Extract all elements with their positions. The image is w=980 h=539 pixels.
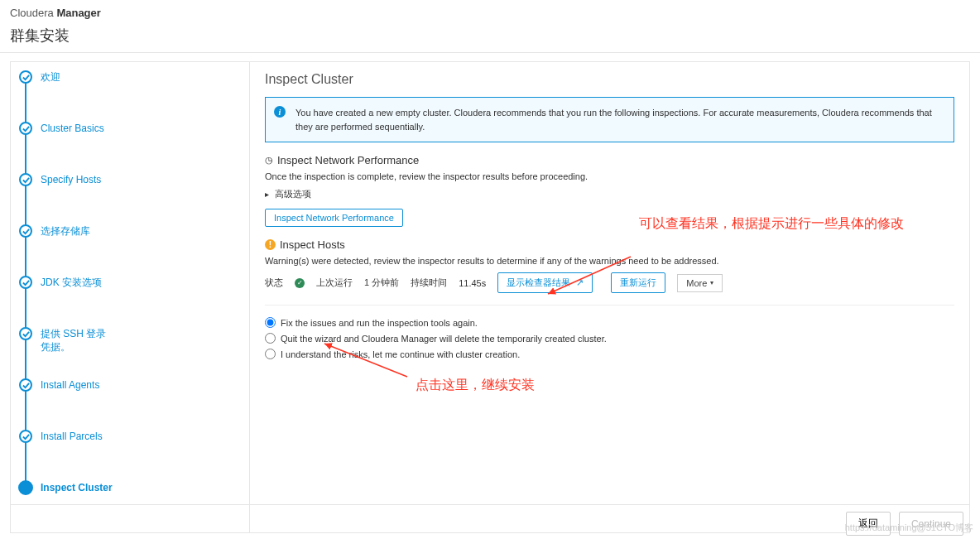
- caret-down-icon: ▾: [710, 279, 713, 286]
- check-icon: [19, 224, 32, 238]
- step-label: JDK 安装选项: [41, 277, 102, 288]
- warning-icon: !: [265, 239, 276, 250]
- show-results-label: 显示检查器结果: [507, 277, 570, 287]
- app-header: Cloudera Manager: [0, 0, 980, 22]
- info-icon: i: [274, 106, 286, 118]
- annotation-bottom: 点击这里，继续安装: [416, 375, 535, 395]
- steps-list: 欢迎 Cluster Basics Specify Hosts 选择存储库 JD: [19, 70, 249, 532]
- step-welcome[interactable]: 欢迎: [19, 70, 249, 122]
- check-icon: [19, 173, 32, 186]
- content-panel: Inspect Cluster i You have created a new…: [250, 61, 970, 533]
- section-title: Inspect Hosts: [280, 238, 345, 251]
- continue-button[interactable]: Continue: [899, 512, 963, 536]
- rerun-button[interactable]: 重新运行: [611, 272, 665, 293]
- radio-risks-input[interactable]: [265, 349, 276, 359]
- step-label: Specify Hosts: [41, 174, 101, 185]
- step-jdk-install[interactable]: JDK 安装选项: [19, 276, 249, 327]
- advanced-options-toggle[interactable]: ▸ 高级选项: [265, 188, 954, 200]
- more-label: More: [686, 278, 707, 288]
- step-specify-hosts[interactable]: Specify Hosts: [19, 173, 249, 224]
- check-icon: [19, 327, 32, 340]
- radio-fix-input[interactable]: [265, 317, 276, 328]
- radio-quit-input[interactable]: [265, 333, 276, 344]
- step-label: 提供 SSH 登录凭据。: [41, 327, 115, 354]
- step-label: Install Agents: [41, 379, 99, 391]
- step-install-parcels[interactable]: Install Parcels: [19, 430, 249, 481]
- caret-right-icon: ▸: [265, 190, 269, 199]
- status-label: 状态: [265, 277, 283, 289]
- page-title: 群集安装: [0, 22, 980, 53]
- last-run-label: 上次运行: [316, 277, 353, 289]
- section-network-heading: ◷ Inspect Network Performance: [265, 154, 954, 166]
- clock-icon: ◷: [265, 155, 273, 166]
- step-cluster-basics[interactable]: Cluster Basics: [19, 122, 249, 173]
- brand-bold: Manager: [56, 7, 100, 19]
- annotation-arrow-bottom: [316, 339, 416, 381]
- step-label: Inspect Cluster: [41, 482, 113, 493]
- radio-label: Fix the issues and run the inspection to…: [281, 318, 478, 328]
- more-dropdown[interactable]: More ▾: [677, 274, 723, 292]
- step-label: Cluster Basics: [41, 123, 104, 134]
- step-install-agents[interactable]: Install Agents: [19, 378, 249, 430]
- success-check-icon: ✓: [295, 278, 305, 288]
- content-title: Inspect Cluster: [265, 72, 954, 87]
- inspect-network-button[interactable]: Inspect Network Performance: [265, 209, 403, 227]
- check-icon: [19, 122, 32, 135]
- active-step-icon: [18, 480, 33, 495]
- radio-label: I understand the risks, let me continue …: [281, 349, 520, 359]
- duration-value: 11.45s: [459, 278, 486, 288]
- step-select-repository[interactable]: 选择存储库: [19, 224, 249, 276]
- info-text: You have created a new empty cluster. Cl…: [295, 108, 932, 132]
- footer: 返回 Continue: [10, 504, 970, 536]
- radio-understand-risks[interactable]: I understand the risks, let me continue …: [265, 349, 954, 359]
- advanced-label: 高级选项: [275, 189, 311, 199]
- brand-light: Cloudera: [10, 7, 54, 19]
- back-button[interactable]: 返回: [846, 512, 891, 536]
- duration-label: 持续时间: [411, 277, 447, 289]
- check-icon: [19, 430, 32, 443]
- last-run-value: 1 分钟前: [364, 277, 399, 289]
- external-link-icon: ↗: [576, 277, 584, 287]
- check-icon: [19, 70, 32, 84]
- section-hosts-heading: ! Inspect Hosts: [265, 238, 954, 251]
- radio-fix-issues[interactable]: Fix the issues and run the inspection to…: [265, 317, 954, 328]
- step-label: 欢迎: [41, 71, 60, 83]
- section-network-subtext: Once the inspection is complete, review …: [265, 171, 954, 181]
- status-row: 状态 ✓ 上次运行 1 分钟前 持续时间 11.45s 显示检查器结果 ↗ 重新…: [265, 272, 954, 293]
- radio-quit-wizard[interactable]: Quit the wizard and Cloudera Manager wil…: [265, 333, 954, 344]
- info-box: i You have created a new empty cluster. …: [265, 97, 954, 142]
- check-icon: [19, 276, 32, 289]
- section-title: Inspect Network Performance: [277, 154, 419, 166]
- divider: [265, 305, 954, 306]
- step-ssh-credentials[interactable]: 提供 SSH 登录凭据。: [19, 327, 249, 378]
- check-icon: [19, 378, 32, 392]
- section-hosts-subtext: Warning(s) were detected, review the ins…: [265, 256, 954, 266]
- step-label: 选择存储库: [41, 225, 90, 237]
- show-results-button[interactable]: 显示检查器结果 ↗: [497, 272, 593, 293]
- radio-label: Quit the wizard and Cloudera Manager wil…: [281, 334, 607, 344]
- step-label: Install Parcels: [41, 431, 103, 442]
- wizard-steps-panel: 欢迎 Cluster Basics Specify Hosts 选择存储库 JD: [10, 61, 250, 533]
